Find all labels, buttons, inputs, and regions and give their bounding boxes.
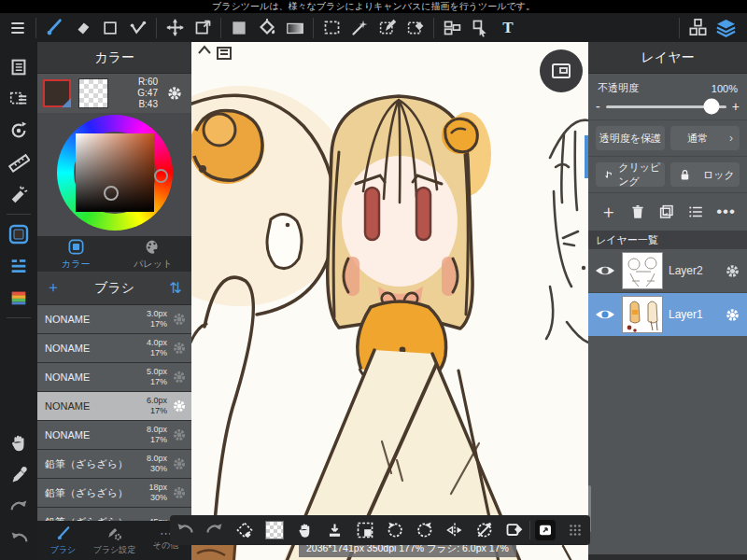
rotate-canvas-button[interactable] [0, 115, 37, 147]
transparent-color-swatch[interactable] [78, 78, 108, 108]
foreground-color-swatch[interactable] [43, 79, 71, 107]
transform-selection-button[interactable] [230, 515, 260, 545]
rgb-r: R:60 [116, 77, 158, 88]
brush-row[interactable]: NONAME 8.0px17% [37, 421, 191, 450]
brush-settings-button[interactable] [171, 484, 188, 501]
shape-tool-button[interactable] [96, 16, 124, 40]
brush-row[interactable]: 鉛筆（ざらざら） 8.0px30% [37, 450, 191, 479]
sort-brushes-button[interactable]: ⇅ [160, 279, 191, 297]
layers-toggle-button[interactable] [712, 16, 740, 40]
delete-layer-button[interactable] [629, 203, 646, 220]
navigator-button[interactable] [540, 49, 583, 92]
brush-row[interactable]: 鉛筆（ざらざら） 45px [37, 508, 191, 521]
menu-button[interactable] [4, 16, 32, 40]
saturation-value-square[interactable] [76, 133, 154, 212]
text-tool-button[interactable]: T [494, 16, 522, 40]
opacity-label: 不透明度 [598, 81, 639, 95]
blend-mode-button[interactable]: 通常 › [670, 126, 740, 150]
brush-row[interactable]: NONAME 3.0px17% [37, 305, 191, 334]
opacity-slider[interactable] [606, 105, 726, 108]
layer-visibility-eye-icon[interactable] [594, 259, 616, 282]
redo-button[interactable] [200, 515, 230, 545]
toolbar-drag-handle[interactable] [560, 515, 590, 545]
palette-panel-button[interactable] [0, 282, 37, 314]
brush-settings-button[interactable] [171, 455, 188, 472]
deselect-button[interactable] [500, 515, 529, 545]
brush-row[interactable]: NONAME 4.0px17% [37, 334, 191, 363]
polyline-tool-button[interactable] [124, 16, 152, 40]
canvas-area[interactable] [191, 42, 588, 560]
color-settings-button[interactable] [165, 84, 184, 103]
eraser-tool-button[interactable] [68, 16, 96, 40]
add-layer-button[interactable]: ＋ [599, 200, 617, 224]
move-tool-button[interactable] [161, 16, 189, 40]
redo-button[interactable] [0, 491, 37, 523]
brush-row-selected[interactable]: NONAME 6.0px17% [37, 392, 191, 421]
layer-row[interactable]: Layer2 [588, 249, 747, 293]
brush-row[interactable]: 鉛筆（ざらざら） 18px30% [37, 479, 191, 508]
protect-alpha-button[interactable]: 透明度を保護 [596, 126, 665, 150]
layer-menu-button[interactable] [687, 203, 704, 220]
brush-settings-button[interactable] [171, 311, 188, 328]
magic-wand-tool-button[interactable] [345, 16, 374, 40]
clipping-button[interactable]: クリッピング [596, 162, 665, 187]
brush-tool-button[interactable] [40, 16, 68, 40]
color-panel-button[interactable] [0, 218, 37, 250]
selection-view-button[interactable] [349, 515, 379, 545]
select-pen-tool-button[interactable] [374, 16, 402, 40]
brush-row[interactable]: NONAME 5.0px17% [37, 363, 191, 392]
brush-tab-icon [55, 525, 72, 542]
tab-brush[interactable]: ブラシ [37, 521, 89, 560]
tab-palette[interactable]: パレット [115, 236, 192, 272]
layer-settings-gear-icon[interactable] [724, 306, 741, 324]
opacity-plus-button[interactable]: + [732, 99, 740, 114]
lock-button[interactable]: ロック [670, 162, 740, 187]
gradient-tool-button[interactable] [281, 16, 309, 40]
reset-rotation-button[interactable] [470, 515, 500, 545]
hand-tool-button[interactable] [0, 427, 37, 459]
brush-settings-button[interactable] [171, 340, 188, 357]
layer-row-selected[interactable]: Layer1 [588, 293, 747, 336]
rotate-cw-button[interactable] [410, 515, 440, 545]
hand-tool-button[interactable] [289, 515, 319, 545]
eyedropper-button[interactable] [0, 459, 37, 491]
save-button[interactable] [319, 515, 349, 545]
add-brush-button[interactable]: ＋ [37, 278, 69, 298]
tab-color[interactable]: カラー [37, 236, 115, 272]
toolbar-divider [313, 18, 314, 38]
select-eraser-tool-button[interactable] [402, 16, 430, 40]
tab-brush-settings[interactable]: ブラシ設定 [89, 521, 140, 560]
transform-tool-button[interactable] [189, 16, 217, 40]
material-shortcut-button[interactable] [530, 515, 560, 545]
brush-settings-button[interactable] [171, 369, 188, 385]
transparent-background-button[interactable] [260, 515, 289, 545]
selection-list-button[interactable] [0, 83, 37, 115]
snap-tool-button[interactable] [0, 178, 37, 210]
canvas-scrollbar[interactable] [585, 135, 588, 178]
bucket-tool-button[interactable] [253, 16, 281, 40]
rotate-cw-icon [416, 521, 434, 539]
ruler-button[interactable] [0, 147, 37, 178]
color-panel-tabs: カラー パレット [37, 236, 191, 272]
layer-settings-gear-icon[interactable] [724, 262, 741, 280]
undo-button[interactable] [0, 523, 37, 554]
brush-settings-button[interactable] [171, 398, 188, 414]
pages-panel-button[interactable] [0, 51, 37, 83]
opacity-minus-button[interactable]: - [596, 99, 600, 114]
fill-rect-tool-button[interactable] [225, 16, 253, 40]
flip-horizontal-button[interactable] [440, 515, 470, 545]
materials-button[interactable] [684, 16, 712, 40]
opacity-slider-knob[interactable] [704, 99, 720, 115]
select-tool-button[interactable] [317, 16, 345, 40]
more-options-button[interactable]: ••• [716, 203, 736, 221]
brush-panel-button[interactable] [0, 250, 37, 282]
brush-settings-button[interactable] [171, 427, 188, 443]
operation-tool-button[interactable] [466, 16, 494, 40]
sv-selector[interactable] [104, 186, 119, 201]
duplicate-layer-button[interactable] [658, 203, 675, 220]
undo-button[interactable] [170, 515, 200, 545]
layer-visibility-eye-icon[interactable] [594, 303, 616, 326]
hue-selector[interactable] [154, 169, 168, 183]
split-view-button[interactable] [438, 16, 466, 40]
rotate-ccw-button[interactable] [380, 515, 410, 545]
